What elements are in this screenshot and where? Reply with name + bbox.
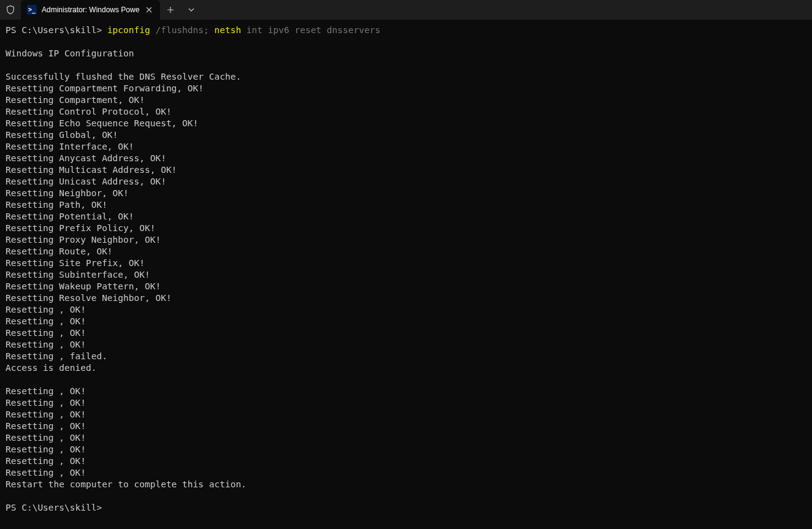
new-tab-button[interactable] — [160, 0, 181, 20]
tab-dropdown-button[interactable] — [181, 0, 202, 20]
admin-shield-icon — [0, 0, 21, 20]
tab-actions — [160, 0, 202, 20]
tab-close-button[interactable] — [143, 4, 155, 16]
titlebar: >_ Administrator: Windows Powe — [0, 0, 812, 20]
prompt-line-2: PS C:\Users\skill> — [6, 503, 102, 512]
tab-title: Administrator: Windows Powe — [42, 6, 139, 14]
active-tab[interactable]: >_ Administrator: Windows Powe — [21, 0, 160, 20]
terminal-output-area[interactable]: PS C:\Users\skill> ipconfig /flushdns; n… — [0, 20, 812, 519]
prompt-line-1: PS C:\Users\skill> ipconfig /flushdns; n… — [6, 25, 380, 35]
powershell-icon: >_ — [27, 5, 37, 15]
command-output: Windows IP Configuration Successfully fl… — [6, 48, 247, 489]
